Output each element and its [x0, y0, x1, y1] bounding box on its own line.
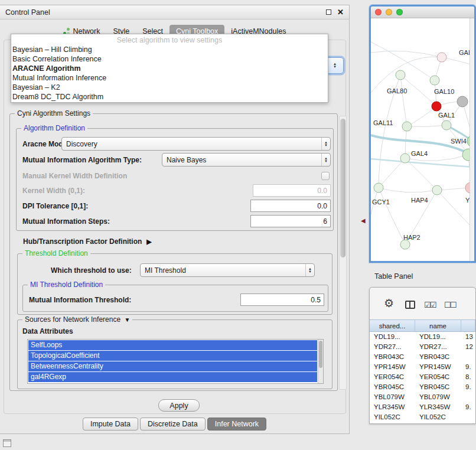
table-row[interactable]: YPR145WYPR145W9.: [370, 362, 475, 372]
attributes-scrollbar[interactable]: [318, 340, 323, 383]
apply-button[interactable]: Apply: [158, 399, 200, 412]
settings-scrollbar[interactable]: [339, 116, 347, 390]
table-cell: YBR045C: [415, 382, 461, 392]
close-window-icon[interactable]: [375, 9, 382, 15]
column-header[interactable]: name: [415, 320, 461, 331]
expand-right-icon[interactable]: ▶: [146, 238, 151, 246]
table-cell: YIL052C: [415, 412, 461, 422]
table-row[interactable]: YBR045CYBR045C9.: [370, 382, 475, 392]
table-row[interactable]: YLR345WYLR345W9.: [370, 402, 475, 412]
network-node-label: GCY1: [372, 198, 390, 206]
table-row[interactable]: YBR043CYBR043C: [370, 352, 475, 362]
network-node[interactable]: [396, 70, 405, 80]
network-node[interactable]: [400, 240, 410, 249]
algorithm-option-dream8-dc-tdc-algorithm[interactable]: Dream8 DC_TDC Algorithm: [11, 92, 328, 102]
kernel-width-row: Kernel Width (0,1): 0.0: [17, 184, 333, 197]
network-node[interactable]: [374, 183, 383, 193]
column-header[interactable]: [461, 320, 475, 331]
mi-steps-field[interactable]: 6: [250, 215, 331, 227]
bottom-tab-infer-network[interactable]: Infer Network: [207, 418, 266, 431]
traffic-lights: [375, 9, 403, 15]
table-row[interactable]: YIL052CYIL052C: [370, 412, 475, 422]
algorithm-combobox-fragment[interactable]: [326, 57, 344, 74]
mi-steps-row: Mutual Information Steps: 6: [17, 214, 333, 228]
kernel-width-field[interactable]: 0.0: [253, 184, 331, 197]
network-node[interactable]: [442, 120, 451, 130]
network-edge[interactable]: [400, 75, 407, 126]
table-panel-window: ⚙ ☑☑ ☐☐ shared...name YDL19...YDL19...13…: [369, 287, 476, 424]
sources-group: Sources for Network Inference ▼ Data Att…: [17, 319, 332, 389]
dpi-tolerance-row: DPI Tolerance [0,1]: 0.0: [17, 199, 333, 213]
sources-group-title[interactable]: Sources for Network Inference ▼: [22, 315, 132, 324]
columns-icon[interactable]: [405, 301, 415, 309]
bottom-tab-impute-data[interactable]: Impute Data: [83, 418, 138, 431]
hub-definition-section[interactable]: Hub/Transcription Factor Definition ▶: [23, 236, 152, 247]
network-edge[interactable]: [379, 188, 437, 193]
stepper-icon: [305, 264, 314, 276]
network-node[interactable]: [437, 53, 446, 62]
bottom-tab-discretize-data[interactable]: Discretize Data: [140, 418, 206, 431]
mi-type-row: Mutual Information Algorithm Type: Naive…: [17, 153, 333, 167]
dpi-tolerance-field[interactable]: 0.0: [250, 200, 331, 212]
network-node[interactable]: [432, 185, 442, 195]
network-edge[interactable]: [407, 106, 436, 126]
table-cell: [461, 412, 475, 422]
zoom-window-icon[interactable]: [396, 9, 403, 15]
table-row[interactable]: YDR27...YDR27...12: [370, 342, 475, 352]
table-cell: 9.: [461, 382, 475, 392]
network-edge[interactable]: [379, 188, 405, 244]
data-attribute-item[interactable]: gal4RGexp: [28, 372, 317, 382]
which-threshold-select[interactable]: MI Threshold: [140, 263, 315, 277]
network-edge[interactable]: [371, 159, 474, 167]
minimized-panel-icon[interactable]: [3, 439, 11, 447]
algorithm-option-bayesian-hill-climbing[interactable]: Bayesian – Hill Climbing: [11, 45, 328, 54]
network-scrollbar[interactable]: [470, 18, 474, 261]
select-all-columns-icon[interactable]: ☑☑: [424, 301, 435, 309]
table-row[interactable]: YER054CYER054C8.: [370, 372, 475, 382]
algorithm-definition-group: Algorithm Definition Aracne Mode: Discov…: [16, 128, 334, 231]
collapse-panel-icon[interactable]: ◀: [361, 217, 366, 224]
attributes-scroll-thumb[interactable]: [319, 341, 322, 368]
close-window-icon[interactable]: ✕: [337, 8, 344, 16]
mi-threshold-field[interactable]: 0.5: [240, 294, 324, 306]
data-attribute-item[interactable]: SelfLoops: [28, 340, 317, 350]
table-cell: YLR345W: [370, 402, 415, 412]
kernel-width-label: Kernel Width (0,1):: [17, 187, 85, 195]
network-node-label: GAL11: [373, 119, 393, 126]
network-node-label: GAL10: [434, 88, 454, 95]
network-node-label: GAL1: [438, 112, 455, 119]
float-window-icon[interactable]: [326, 9, 331, 15]
network-graph[interactable]: GALGAL80GAL10GAL11GAL1SWI4GAL4GCY1HAP4YH…: [371, 18, 474, 261]
network-node[interactable]: [457, 96, 468, 107]
network-node[interactable]: [430, 76, 439, 85]
algorithm-option-basic-correlation-inference[interactable]: Basic Correlation Inference: [11, 54, 328, 64]
settings-scroll-thumb[interactable]: [340, 119, 345, 257]
network-window-titlebar: [371, 6, 474, 18]
table-row[interactable]: YBL079WYBL079W: [370, 392, 475, 402]
table-cell: YER054C: [370, 372, 415, 382]
algorithm-option-mutual-information-inference[interactable]: Mutual Information Inference: [11, 73, 328, 83]
table-cell: 8.: [461, 372, 475, 382]
table-row[interactable]: YDL19...YDL19...13: [370, 332, 475, 342]
network-node[interactable]: [432, 102, 441, 111]
deselect-all-columns-icon[interactable]: ☐☐: [444, 301, 455, 309]
gear-icon[interactable]: ⚙: [384, 298, 394, 309]
network-node[interactable]: [402, 122, 412, 131]
network-edge[interactable]: [407, 125, 446, 127]
manual-kernel-checkbox[interactable]: [321, 172, 330, 180]
data-attribute-item[interactable]: TopologicalCoefficient: [28, 351, 317, 361]
network-canvas[interactable]: GALGAL80GAL10GAL11GAL1SWI4GAL4GCY1HAP4YH…: [371, 18, 474, 261]
column-header[interactable]: shared...: [370, 320, 415, 331]
algorithm-option-bayesian-k2[interactable]: Bayesian – K2: [11, 83, 328, 92]
threshold-definition-title: Threshold Definition: [22, 249, 90, 257]
data-attribute-item[interactable]: BetweennessCentrality: [28, 361, 317, 371]
network-edge[interactable]: [379, 158, 405, 188]
minimize-window-icon[interactable]: [386, 9, 392, 15]
network-edge[interactable]: [371, 51, 442, 57]
algorithm-option-aracne-algorithm[interactable]: ARACNE Algorithm: [11, 64, 328, 73]
table-cell: YBR043C: [415, 352, 461, 362]
algorithm-option-list: Bayesian – Hill ClimbingBasic Correlatio…: [11, 45, 328, 102]
network-node[interactable]: [400, 154, 410, 163]
aracne-mode-select[interactable]: Discovery: [61, 137, 331, 151]
mi-type-select[interactable]: Naive Bayes: [162, 153, 331, 167]
